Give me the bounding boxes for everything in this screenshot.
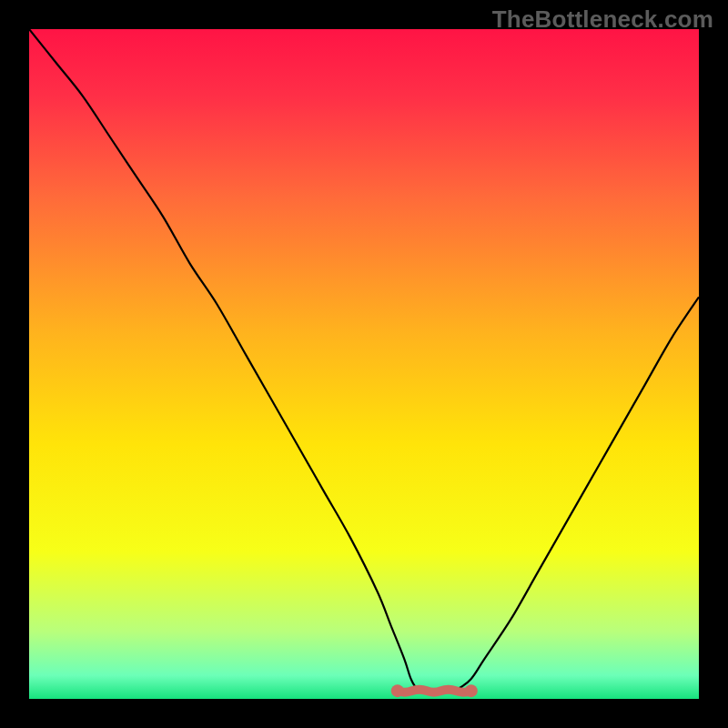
plot-area [29,29,699,699]
chart-frame: TheBottleneck.com [0,0,728,728]
bottleneck-chart [29,29,699,699]
gradient-background [29,29,699,699]
optimal-range-start-dot [391,684,404,697]
optimal-range-end-dot [465,684,478,697]
optimal-range-marker [398,690,471,693]
